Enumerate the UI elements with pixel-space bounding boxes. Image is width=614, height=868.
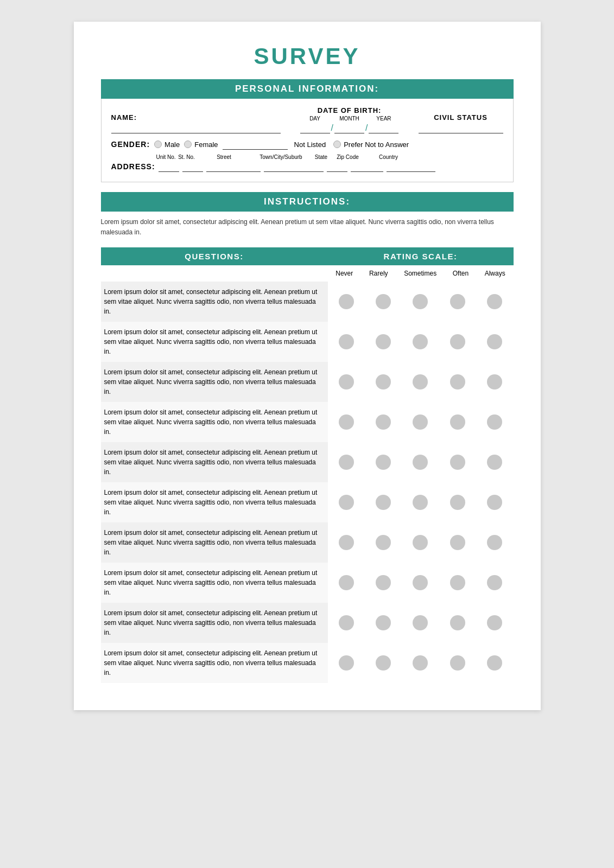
instructions-text: Lorem ipsum dolor sit amet, consectetur … bbox=[101, 212, 514, 238]
addr-sub-country: Country bbox=[364, 154, 413, 160]
radio-never-q1[interactable] bbox=[339, 294, 354, 309]
radio-never-q7[interactable] bbox=[339, 535, 354, 550]
radio-rarely-q9[interactable] bbox=[376, 615, 391, 630]
radio-often-q6[interactable] bbox=[450, 495, 465, 510]
table-header-row: QUESTIONS: RATING SCALE: bbox=[101, 247, 514, 265]
prefer-not-radio[interactable] bbox=[333, 141, 341, 148]
radio-never-q6[interactable] bbox=[339, 495, 354, 510]
radio-often-q2[interactable] bbox=[450, 334, 465, 349]
scale-sometimes: Sometimes bbox=[404, 270, 436, 277]
radio-always-q2[interactable] bbox=[487, 334, 502, 349]
dob-year-input[interactable] bbox=[369, 123, 398, 133]
radio-often-q10[interactable] bbox=[450, 655, 465, 671]
name-input[interactable] bbox=[111, 123, 281, 133]
radio-always-q9[interactable] bbox=[487, 615, 502, 630]
survey-title: SURVEY bbox=[101, 43, 514, 69]
radio-often-q1[interactable] bbox=[450, 294, 465, 309]
rating-cell-7[interactable] bbox=[328, 522, 514, 563]
radio-rarely-q6[interactable] bbox=[376, 495, 391, 510]
radio-rarely-q5[interactable] bbox=[376, 455, 391, 470]
question-text-8: Lorem ipsum dolor sit amet, consectetur … bbox=[101, 563, 328, 603]
rating-cell-8[interactable] bbox=[328, 563, 514, 603]
radio-often-q9[interactable] bbox=[450, 615, 465, 630]
radio-always-q7[interactable] bbox=[487, 535, 502, 550]
radio-rarely-q3[interactable] bbox=[376, 374, 391, 390]
radio-sometimes-q1[interactable] bbox=[413, 294, 428, 309]
radio-never-q3[interactable] bbox=[339, 374, 354, 390]
rating-cell-5[interactable] bbox=[328, 442, 514, 482]
gender-male-option[interactable]: Male bbox=[154, 141, 180, 149]
scale-often: Often bbox=[453, 270, 469, 277]
radio-sometimes-q2[interactable] bbox=[413, 334, 428, 349]
gender-female-option[interactable]: Female bbox=[184, 141, 218, 149]
personal-info-section: PERSONAL INFORMATION: NAME: DATE OF BIRT… bbox=[101, 79, 514, 182]
dob-month-label: MONTH bbox=[339, 116, 359, 122]
radio-always-q5[interactable] bbox=[487, 455, 502, 470]
radio-always-q4[interactable] bbox=[487, 414, 502, 430]
gender-other-input[interactable] bbox=[223, 139, 288, 150]
scale-rarely: Rarely bbox=[369, 270, 388, 277]
male-radio[interactable] bbox=[154, 141, 162, 148]
addr-state-input[interactable] bbox=[327, 161, 347, 172]
radio-never-q2[interactable] bbox=[339, 334, 354, 349]
radio-sometimes-q5[interactable] bbox=[413, 455, 428, 470]
rating-cell-3[interactable] bbox=[328, 362, 514, 402]
male-label: Male bbox=[164, 141, 180, 149]
scale-never: Never bbox=[336, 270, 353, 277]
radio-sometimes-q6[interactable] bbox=[413, 495, 428, 510]
dob-day-input[interactable] bbox=[300, 123, 330, 133]
questions-header: QUESTIONS: bbox=[101, 247, 328, 265]
radio-never-q4[interactable] bbox=[339, 414, 354, 430]
addr-city-input[interactable] bbox=[264, 161, 324, 172]
radio-sometimes-q7[interactable] bbox=[413, 535, 428, 550]
radio-sometimes-q10[interactable] bbox=[413, 655, 428, 671]
radio-rarely-q7[interactable] bbox=[376, 535, 391, 550]
instructions-section: INSTRUCTIONS: Lorem ipsum dolor sit amet… bbox=[101, 192, 514, 238]
dob-year-group: YEAR bbox=[369, 116, 398, 133]
radio-rarely-q10[interactable] bbox=[376, 655, 391, 671]
radio-sometimes-q8[interactable] bbox=[413, 575, 428, 590]
radio-rarely-q4[interactable] bbox=[376, 414, 391, 430]
rating-cell-9[interactable] bbox=[328, 603, 514, 643]
radio-always-q1[interactable] bbox=[487, 294, 502, 309]
addr-street-input[interactable] bbox=[206, 161, 261, 172]
radio-never-q9[interactable] bbox=[339, 615, 354, 630]
radio-often-q7[interactable] bbox=[450, 535, 465, 550]
radio-never-q10[interactable] bbox=[339, 655, 354, 671]
radio-often-q5[interactable] bbox=[450, 455, 465, 470]
addr-unit-input[interactable] bbox=[159, 161, 179, 172]
addr-zip-input[interactable] bbox=[351, 161, 383, 172]
rating-cell-4[interactable] bbox=[328, 402, 514, 442]
radio-always-q6[interactable] bbox=[487, 495, 502, 510]
addr-country-input[interactable] bbox=[387, 161, 435, 172]
radio-always-q8[interactable] bbox=[487, 575, 502, 590]
radio-rarely-q2[interactable] bbox=[376, 334, 391, 349]
rating-cell-10[interactable] bbox=[328, 643, 514, 683]
dob-month-input[interactable] bbox=[334, 123, 364, 133]
radio-never-q8[interactable] bbox=[339, 575, 354, 590]
radio-sometimes-q4[interactable] bbox=[413, 414, 428, 430]
radio-often-q4[interactable] bbox=[450, 414, 465, 430]
rating-cell-1[interactable] bbox=[328, 282, 514, 322]
radio-often-q3[interactable] bbox=[450, 374, 465, 390]
scale-labels-cell: Never Rarely Sometimes Often Always bbox=[328, 265, 514, 282]
radio-sometimes-q3[interactable] bbox=[413, 374, 428, 390]
dob-slash2: / bbox=[365, 123, 368, 133]
gender-prefer-not-option[interactable]: Prefer Not to Answer bbox=[333, 141, 409, 149]
radio-sometimes-q9[interactable] bbox=[413, 615, 428, 630]
table-row: Lorem ipsum dolor sit amet, consectetur … bbox=[101, 563, 514, 603]
rating-cell-2[interactable] bbox=[328, 322, 514, 362]
radio-never-q5[interactable] bbox=[339, 455, 354, 470]
radio-rarely-q8[interactable] bbox=[376, 575, 391, 590]
female-radio[interactable] bbox=[184, 141, 192, 148]
radio-often-q8[interactable] bbox=[450, 575, 465, 590]
radio-always-q10[interactable] bbox=[487, 655, 502, 671]
dob-day-label: DAY bbox=[309, 116, 320, 122]
radio-rarely-q1[interactable] bbox=[376, 294, 391, 309]
addr-stno-input[interactable] bbox=[182, 161, 203, 172]
addr-sub-zip: Zip Code bbox=[332, 154, 364, 160]
civil-status-input[interactable] bbox=[419, 123, 503, 133]
question-text-7: Lorem ipsum dolor sit amet, consectetur … bbox=[101, 522, 328, 563]
rating-cell-6[interactable] bbox=[328, 482, 514, 522]
radio-always-q3[interactable] bbox=[487, 374, 502, 390]
